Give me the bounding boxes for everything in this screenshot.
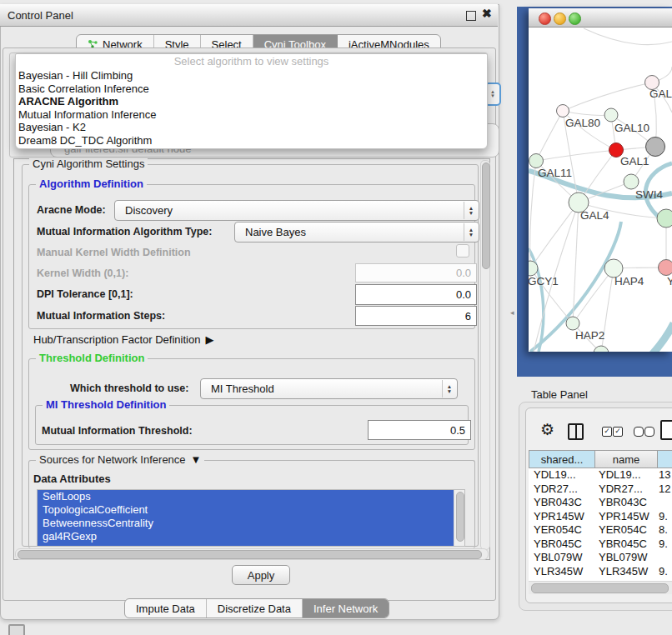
node-label: GAL80	[565, 117, 600, 129]
table-row[interactable]: YER054C YER054C 8.	[529, 523, 672, 538]
dropdown-option[interactable]: Bayesian - K2	[16, 121, 487, 134]
attribute-item[interactable]: gal4RGexp	[38, 530, 454, 543]
column-header-partial[interactable]: A	[658, 450, 672, 468]
attribute-item-partial[interactable]	[38, 543, 454, 547]
kernel-width-field[interactable]: 0.0	[355, 263, 477, 282]
cyni-algorithm-settings-title: Cyni Algorithm Settings	[29, 158, 148, 170]
gear-icon[interactable]: ⚙	[540, 420, 554, 439]
checked-box-icon[interactable]: ✓	[613, 427, 623, 437]
float-icon[interactable]	[466, 11, 476, 21]
table-row[interactable]: YPR145W YPR145W 9.	[529, 510, 672, 524]
combo-updown-icon: ▲▼	[464, 202, 478, 219]
node-gray	[646, 138, 665, 157]
algorithm-definition-title: Algorithm Definition	[36, 178, 147, 190]
dropdown-option[interactable]: Bayesian - Hill Climbing	[16, 69, 487, 82]
table-row[interactable]: YBL079W YBL079W	[529, 551, 672, 565]
traffic-zoom-icon[interactable]	[569, 12, 581, 25]
triangle-down-icon: ▼	[191, 453, 202, 466]
data-attributes-list: SelfLoops TopologicalCoefficient Between…	[37, 489, 465, 547]
mi-type-label: Mutual Information Algorithm Type:	[37, 226, 212, 238]
close-icon[interactable]: ✖	[482, 7, 492, 20]
table-row[interactable]: YBR043C YBR043C	[529, 496, 672, 510]
triangle-right-icon: ▶	[205, 333, 213, 346]
attribute-item[interactable]: TopologicalCoefficient	[38, 503, 454, 517]
mi-steps-label: Mutual Information Steps:	[37, 310, 165, 322]
node-label: SWI4	[635, 188, 663, 201]
node	[594, 346, 609, 352]
combo-updown-icon: ▲▼	[464, 223, 478, 241]
mi-threshold-field[interactable]: 0.5	[368, 420, 471, 440]
node-label: GAL1	[620, 155, 649, 168]
mi-steps-field[interactable]: 6	[355, 306, 477, 326]
threshold-definition-title: Threshold Definition	[36, 352, 148, 364]
traffic-minimize-icon[interactable]	[554, 12, 566, 25]
dpi-tolerance-field[interactable]: 0.0	[355, 284, 477, 305]
mi-threshold-label: Mutual Information Threshold:	[42, 425, 193, 437]
which-threshold-combo[interactable]: MI Threshold ▲▼	[200, 378, 458, 399]
node-pink	[659, 260, 672, 276]
dropdown-option[interactable]: Basic Correlation Inference	[16, 82, 487, 96]
node-gal80	[557, 105, 569, 118]
tab-infer-network[interactable]: Infer Network	[303, 599, 389, 618]
node-hap2	[566, 317, 579, 330]
table-horizontal-scrollbar-thumb[interactable]	[531, 583, 669, 593]
network-canvas[interactable]: GAL GAL80 GAL10 GAL1 GAL11 SWI4 GAL4 GCY…	[529, 27, 672, 352]
columns-icon[interactable]	[568, 423, 584, 440]
cyni-bottom-tabbar: Impute Data Discretize Data Infer Networ…	[124, 598, 389, 618]
attribute-item[interactable]: SelfLoops	[38, 490, 454, 503]
mi-threshold-definition-title: MI Threshold Definition	[43, 398, 169, 411]
table-row[interactable]: YLR345W YLR345W 9.	[529, 565, 672, 579]
node-label: GAL11	[538, 167, 572, 179]
node	[657, 209, 672, 228]
unchecked-box-icon[interactable]	[634, 427, 644, 437]
node-swi4	[624, 174, 639, 189]
column-header-shared[interactable]: shared...	[529, 450, 595, 468]
node-label: GAL10	[614, 122, 649, 134]
settings-vertical-scrollbar-thumb[interactable]	[482, 162, 490, 269]
settings-horizontal-scrollbar-thumb[interactable]	[18, 550, 482, 559]
table-row[interactable]: YBR045C YBR045C 9.	[529, 538, 672, 552]
column-header-name[interactable]: name	[595, 450, 658, 468]
tab-discretize-data[interactable]: Discretize Data	[207, 599, 303, 618]
dropdown-option[interactable]: Dream8 DC_TDC Algorithm	[16, 134, 487, 148]
node-label: GCY1	[529, 275, 559, 288]
checked-box-icon[interactable]: ✓	[602, 427, 612, 437]
tab-impute-data[interactable]: Impute Data	[125, 599, 207, 618]
table-row[interactable]: YDR27... YDR27... 12	[529, 482, 672, 497]
screen: Control Panel ✖ Network Style Select Cyn…	[0, 0, 672, 635]
table-header: shared... name A	[529, 450, 672, 468]
which-threshold-label: Which threshold to use:	[70, 382, 188, 394]
aracne-mode-combo[interactable]: Discovery ▲▼	[114, 200, 479, 221]
data-attributes-label: Data Attributes	[33, 472, 111, 485]
mini-palette-icon[interactable]	[8, 624, 25, 635]
control-panel-title: Control Panel	[8, 9, 73, 22]
node-label: GAL4	[580, 209, 609, 222]
network-labels: GAL GAL80 GAL10 GAL1 GAL11 SWI4 GAL4 GCY…	[529, 88, 672, 342]
apply-button[interactable]: Apply	[232, 565, 290, 585]
node-label: Y	[667, 275, 672, 288]
sources-expander[interactable]: Sources for Network Inference▼	[36, 453, 204, 466]
node-label: GAL	[649, 88, 672, 100]
algorithm-dropdown-popup: Select algorithm to view settings Bayesi…	[15, 53, 488, 149]
unchecked-box-icon[interactable]	[644, 427, 654, 437]
mi-type-combo[interactable]: Naive Bayes ▲▼	[234, 222, 479, 242]
table-panel-title: Table Panel	[531, 388, 588, 401]
chevron-down-icon: ▼	[490, 94, 495, 98]
panel-divider-collapse-icon[interactable]: ◂	[510, 308, 514, 317]
traffic-close-icon[interactable]	[539, 12, 551, 25]
attributes-scrollbar[interactable]	[454, 490, 464, 546]
node-label: HAP2	[575, 329, 604, 342]
attribute-item[interactable]: BetweennessCentrality	[38, 517, 454, 530]
control-panel-titlebar	[0, 4, 498, 27]
manual-kernel-checkbox[interactable]	[456, 244, 469, 258]
dropdown-option[interactable]: Mutual Information Inference	[16, 108, 487, 122]
dpi-tolerance-label: DPI Tolerance [0,1]:	[37, 288, 133, 300]
manual-kernel-label: Manual Kernel Width Definition	[37, 247, 191, 258]
dropdown-option-selected[interactable]: ARACNE Algorithm	[16, 95, 487, 108]
combo-updown-icon: ▲▼	[442, 380, 456, 398]
table-body: YDL19... YDL19... 13 YDR27... YDR27... 1…	[529, 468, 672, 592]
kernel-width-label: Kernel Width (0,1):	[37, 268, 128, 279]
page-icon[interactable]	[660, 420, 672, 440]
hub-definition-expander[interactable]: Hub/Transcription Factor Definition▶	[33, 333, 213, 346]
table-row[interactable]: YDL19... YDL19... 13	[529, 468, 672, 482]
